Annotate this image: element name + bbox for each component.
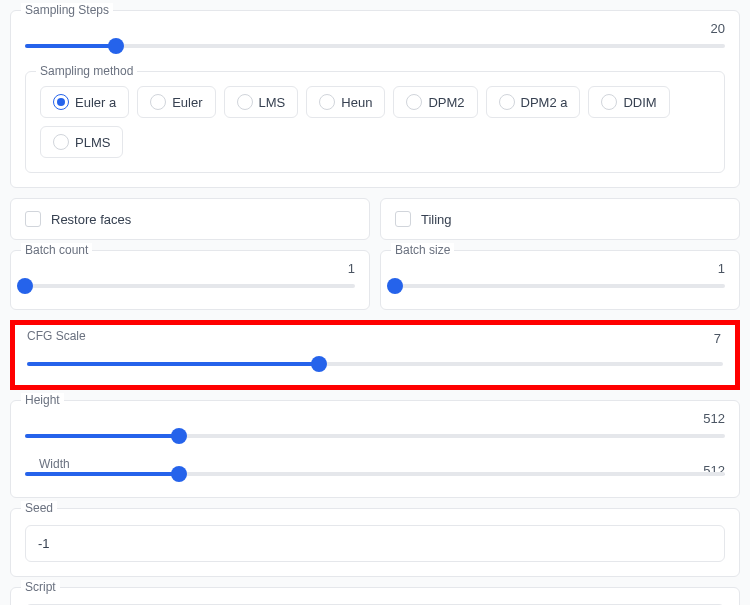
seed-input[interactable]	[25, 525, 725, 562]
sampling-method-option[interactable]: DPM2	[393, 86, 477, 118]
sampling-method-option[interactable]: PLMS	[40, 126, 123, 158]
script-section: Script None	[10, 587, 740, 605]
radio-icon	[150, 94, 166, 110]
sampling-method-option[interactable]: DPM2 a	[486, 86, 581, 118]
radio-icon	[499, 94, 515, 110]
radio-label: Euler a	[75, 95, 116, 110]
sampling-steps-slider[interactable]	[25, 37, 725, 55]
radio-label: LMS	[259, 95, 286, 110]
radio-label: Euler	[172, 95, 202, 110]
sampling-steps-section: Sampling Steps 20 Sampling method Euler …	[10, 10, 740, 188]
cfg-scale-slider[interactable]	[27, 355, 723, 373]
height-section: Height 512 Width 512	[10, 400, 740, 498]
checkbox-icon	[395, 211, 411, 227]
height-label: Height	[21, 393, 64, 407]
tiling-checkbox[interactable]: Tiling	[380, 198, 740, 240]
batch-size-value: 1	[695, 261, 725, 276]
sampling-method-option[interactable]: Heun	[306, 86, 385, 118]
sampling-method-option[interactable]: Euler	[137, 86, 215, 118]
radio-label: Heun	[341, 95, 372, 110]
sampling-method-option[interactable]: DDIM	[588, 86, 669, 118]
radio-icon	[53, 134, 69, 150]
radio-icon	[601, 94, 617, 110]
width-slider[interactable]	[25, 465, 725, 483]
batch-count-section: Batch count 1	[10, 250, 370, 310]
height-slider[interactable]	[25, 427, 725, 445]
seed-section: Seed	[10, 508, 740, 577]
radio-label: DPM2 a	[521, 95, 568, 110]
height-value: 512	[695, 411, 725, 426]
cfg-scale-section-highlighted: CFG Scale 7	[10, 320, 740, 390]
batch-size-label: Batch size	[391, 243, 454, 257]
cfg-scale-label: CFG Scale	[23, 329, 90, 343]
sampling-steps-label: Sampling Steps	[21, 3, 113, 17]
radio-label: DDIM	[623, 95, 656, 110]
restore-faces-checkbox[interactable]: Restore faces	[10, 198, 370, 240]
batch-count-label: Batch count	[21, 243, 92, 257]
sampling-method-radio-group: Euler aEulerLMSHeunDPM2DPM2 aDDIMPLMS	[40, 86, 710, 158]
sampling-method-section: Sampling method Euler aEulerLMSHeunDPM2D…	[25, 71, 725, 173]
script-label: Script	[21, 580, 60, 594]
cfg-scale-value: 7	[691, 331, 721, 346]
sampling-method-option[interactable]: LMS	[224, 86, 299, 118]
sampling-method-label: Sampling method	[36, 64, 137, 78]
checkbox-icon	[25, 211, 41, 227]
radio-icon	[237, 94, 253, 110]
tiling-label: Tiling	[421, 212, 452, 227]
restore-faces-label: Restore faces	[51, 212, 131, 227]
seed-label: Seed	[21, 501, 57, 515]
radio-icon	[319, 94, 335, 110]
batch-size-section: Batch size 1	[380, 250, 740, 310]
batch-count-slider[interactable]	[25, 277, 355, 295]
sampling-steps-value: 20	[695, 21, 725, 36]
radio-label: PLMS	[75, 135, 110, 150]
batch-count-value: 1	[325, 261, 355, 276]
batch-size-slider[interactable]	[395, 277, 725, 295]
radio-icon	[406, 94, 422, 110]
sampling-method-option[interactable]: Euler a	[40, 86, 129, 118]
radio-label: DPM2	[428, 95, 464, 110]
radio-icon	[53, 94, 69, 110]
